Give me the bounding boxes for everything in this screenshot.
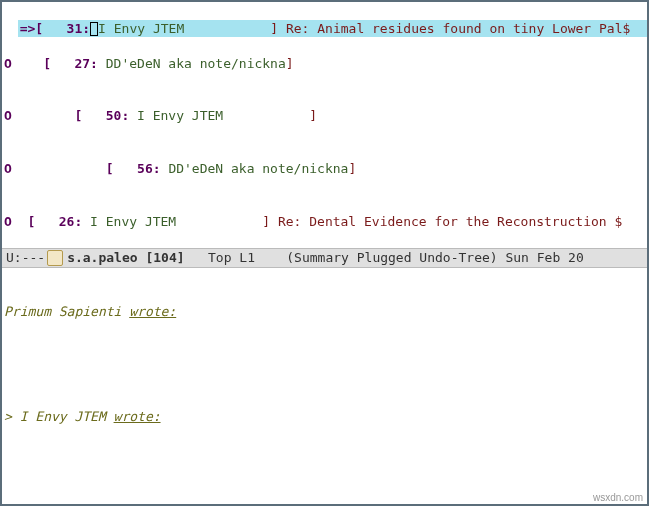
msg-prefix: O [ 56: (4, 161, 168, 176)
summary-pane[interactable]: =>[ 31:I Envy JTEM ] Re: Animal residues… (2, 2, 647, 248)
article-pane[interactable]: Primum Sapienti wrote: > I Envy JTEM wro… (2, 268, 647, 506)
msg-prefix: O [ 26: (4, 214, 90, 229)
msg-prefix: =>[ 31: (20, 21, 90, 36)
msg-author: I Envy JTEM (90, 214, 262, 229)
summary-row[interactable]: O [ 27: DD'eDeN aka note/nickna] (2, 55, 647, 73)
summary-row[interactable]: O [ 26: I Envy JTEM ] Re: Dental Evidenc… (2, 213, 647, 231)
modeline-pos: Top L1 (185, 249, 287, 267)
summary-row[interactable]: O [ 50: I Envy JTEM ] (2, 107, 647, 125)
text-cursor (90, 22, 98, 36)
summary-row[interactable]: O [ 56: DD'eDeN aka note/nickna] (2, 160, 647, 178)
modeline-buffer-name: s.a.paleo [104] (67, 249, 184, 267)
msg-author: I Envy JTEM (98, 21, 270, 36)
msg-subject: ] (309, 108, 317, 123)
blank-line (2, 461, 647, 479)
msg-author: I Envy JTEM (137, 108, 309, 123)
msg-prefix: O [ 27: (4, 56, 106, 71)
modeline-modes: (Summary Plugged Undo-Tree) Sun Feb 20 (286, 249, 583, 267)
nested-attribution: > I Envy JTEM wrote: (2, 408, 647, 426)
msg-prefix: O [ 50: (4, 108, 137, 123)
msg-author: DD'eDeN aka note/nickna (106, 56, 286, 71)
blank-line (2, 356, 647, 374)
msg-subject: ] (348, 161, 356, 176)
msg-subject: ] Re: Dental Evidence for the Reconstruc… (262, 214, 622, 229)
modeline-status: U:--- (6, 249, 45, 267)
summary-row-selected[interactable]: =>[ 31:I Envy JTEM ] Re: Animal residues… (18, 20, 647, 38)
gnus-icon (47, 250, 63, 266)
attribution-line: Primum Sapienti wrote: (2, 303, 647, 321)
msg-subject: ] (286, 56, 294, 71)
watermark: wsxdn.com (593, 491, 643, 505)
msg-author: DD'eDeN aka note/nickna (168, 161, 348, 176)
msg-subject: ] Re: Animal residues found on tiny Lowe… (270, 21, 630, 36)
summary-modeline: U:--- s.a.paleo [104] Top L1 (Summary Pl… (2, 248, 647, 268)
